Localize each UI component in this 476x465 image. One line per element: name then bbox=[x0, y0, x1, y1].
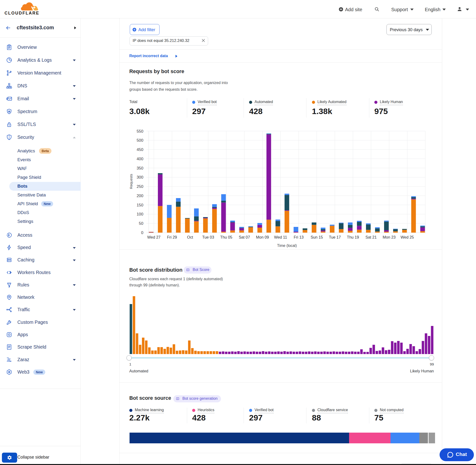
svg-text:Mon 23: Mon 23 bbox=[383, 235, 395, 239]
svg-text:50: 50 bbox=[139, 221, 143, 226]
svg-text:Wed 27: Wed 27 bbox=[147, 235, 160, 239]
svg-text:Fri 29: Fri 29 bbox=[167, 235, 177, 239]
svg-text:Time (local): Time (local) bbox=[277, 243, 297, 248]
svg-text:Tue 17: Tue 17 bbox=[329, 235, 341, 239]
svg-text:Thu 05: Thu 05 bbox=[220, 235, 233, 239]
svg-text:Oct: Oct bbox=[187, 235, 193, 239]
svg-text:300: 300 bbox=[137, 175, 143, 180]
svg-text:Sun 15: Sun 15 bbox=[310, 235, 323, 239]
svg-text:550: 550 bbox=[137, 129, 143, 134]
svg-text:150: 150 bbox=[137, 203, 143, 207]
svg-text:500: 500 bbox=[137, 138, 143, 143]
svg-text:200: 200 bbox=[137, 194, 143, 198]
svg-text:Wed 11: Wed 11 bbox=[274, 235, 287, 239]
svg-text:Fri 13: Fri 13 bbox=[294, 235, 304, 239]
svg-text:Mon 09: Mon 09 bbox=[256, 235, 269, 239]
svg-text:350: 350 bbox=[137, 166, 143, 170]
svg-text:400: 400 bbox=[137, 157, 143, 161]
svg-text:0: 0 bbox=[141, 231, 143, 235]
svg-text:Tue 03: Tue 03 bbox=[202, 235, 214, 239]
svg-text:Wed 25: Wed 25 bbox=[401, 235, 414, 239]
svg-text:250: 250 bbox=[137, 184, 143, 189]
svg-text:Requests: Requests bbox=[129, 174, 133, 189]
svg-text:450: 450 bbox=[137, 147, 143, 152]
svg-text:Sat 07: Sat 07 bbox=[239, 235, 250, 239]
svg-text:Thu 19: Thu 19 bbox=[347, 235, 359, 239]
svg-text:Sat 21: Sat 21 bbox=[366, 235, 377, 239]
svg-text:100: 100 bbox=[137, 212, 143, 216]
